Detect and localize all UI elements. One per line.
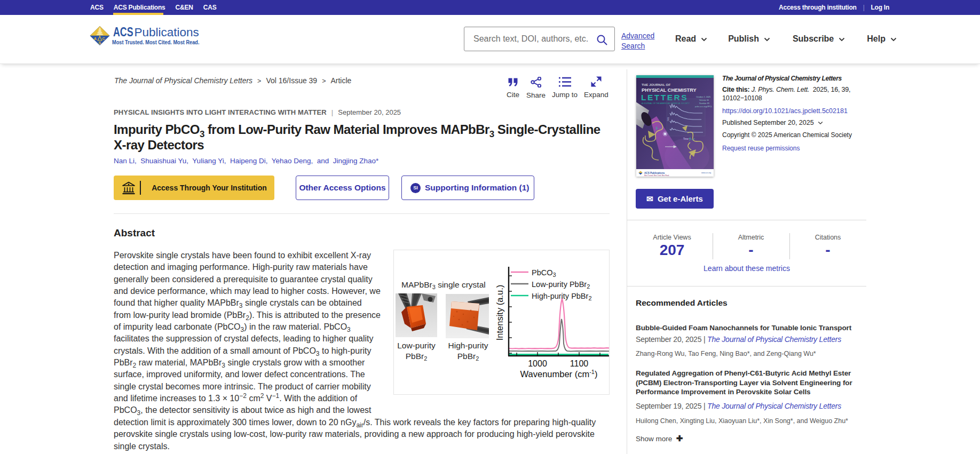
svg-text:October 2, 2025: October 2, 2025 <box>696 96 710 98</box>
svg-text:ACS Publications: ACS Publications <box>644 172 665 174</box>
svg-text:High-purity PbBr2: High-purity PbBr2 <box>532 292 592 301</box>
svg-text:S: S <box>98 41 101 45</box>
svg-text:THE JOURNAL OF: THE JOURNAL OF <box>642 83 670 86</box>
svg-text:PbCO3: PbCO3 <box>532 268 556 278</box>
svg-text:C: C <box>102 36 105 41</box>
svg-text:1000: 1000 <box>528 359 547 368</box>
svg-text:ACS: ACS <box>113 25 133 39</box>
svg-text:Most Trusted. Most Cited. Most: Most Trusted. Most Cited. Most Read. <box>644 174 669 177</box>
svg-text:A: A <box>94 36 97 41</box>
svg-text:PbBr2: PbBr2 <box>457 352 479 362</box>
svg-text:www.acs.org: www.acs.org <box>701 172 711 174</box>
svg-text:Publications: Publications <box>134 26 199 39</box>
svg-text:G(t): G(t) <box>667 117 669 121</box>
svg-text:Intensity (a.u.): Intensity (a.u.) <box>495 285 504 341</box>
svg-text:PHYSICAL CHEMISTRY: PHYSICAL CHEMISTRY <box>642 87 697 93</box>
svg-text:Time: Time <box>683 138 689 140</box>
svg-text:Low-purity PbBr2: Low-purity PbBr2 <box>532 280 590 290</box>
svg-text:Low-purity: Low-purity <box>397 341 436 350</box>
svg-text:PbBr2: PbBr2 <box>406 352 428 362</box>
svg-text:High-purity: High-purity <box>448 341 488 350</box>
svg-text:Wavenumber (cm-1): Wavenumber (cm-1) <box>520 369 598 379</box>
svg-text:MAPbBr3 single crystal: MAPbBr3 single crystal <box>401 280 486 290</box>
svg-text:Most Trusted. Most Cited. Most: Most Trusted. Most Cited. Most Read. <box>112 39 200 45</box>
svg-text:1100: 1100 <box>570 359 589 368</box>
